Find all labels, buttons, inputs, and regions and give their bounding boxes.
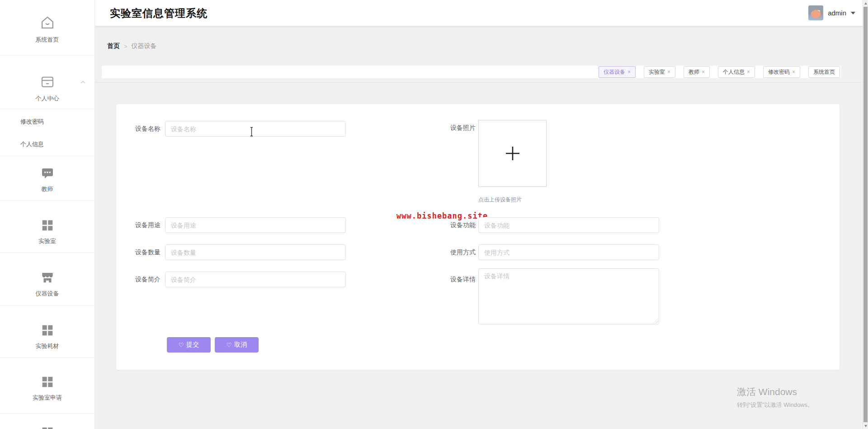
close-icon[interactable]: × <box>667 69 670 75</box>
shop-icon <box>40 270 55 285</box>
grid-icon <box>40 218 55 233</box>
user-name: admin <box>828 9 846 17</box>
sidebar-item-label: 实验室 <box>0 237 94 245</box>
user-menu[interactable]: admin <box>808 5 855 20</box>
device-form-card: 设备名称 设备照片 点击上传设备照片 www.bishebang.site 设备… <box>116 104 840 370</box>
device-name-label: 设备名称 <box>116 121 160 137</box>
device-usage-label: 设备用途 <box>116 217 160 233</box>
tab-laboratory[interactable]: 实验室 × <box>644 66 675 78</box>
sidebar-item-personal-center[interactable]: 个人中心 <box>0 74 94 103</box>
tab-label: 实验室 <box>649 68 665 76</box>
close-icon[interactable]: × <box>747 69 750 75</box>
breadcrumb-home[interactable]: 首页 <box>107 42 120 50</box>
cancel-label: 取消 <box>234 341 247 349</box>
device-detail-textarea[interactable] <box>478 268 659 324</box>
cancel-button[interactable]: ♡ 取消 <box>215 337 259 353</box>
card-icon <box>39 74 56 90</box>
usage-method-input[interactable] <box>478 244 659 260</box>
sidebar-item-change-password[interactable]: 修改密码 <box>20 118 44 126</box>
scrollbar-thumb[interactable] <box>863 7 868 422</box>
chevron-up-icon <box>80 81 85 84</box>
sidebar-item-lab-application[interactable]: 实验室申请 <box>0 375 94 402</box>
tab-personal-info[interactable]: 个人信息 × <box>718 66 755 78</box>
grid-icon <box>40 375 55 389</box>
avatar <box>808 5 823 20</box>
device-intro-label: 设备简介 <box>116 272 160 287</box>
close-icon[interactable]: × <box>702 69 705 75</box>
tab-label: 修改密码 <box>768 68 790 76</box>
divider <box>0 55 94 56</box>
chat-icon <box>40 166 55 181</box>
divider <box>0 253 94 253</box>
tab-label: 系统首页 <box>813 68 835 76</box>
sidebar-item-label: 个人中心 <box>0 95 94 103</box>
sidebar-item-label: 仪器设备 <box>0 290 94 298</box>
sidebar-item-personal-info[interactable]: 个人信息 <box>20 140 44 148</box>
sidebar-item-home[interactable]: 系统首页 <box>0 14 94 44</box>
close-icon[interactable]: × <box>627 69 631 75</box>
sidebar-item-laboratory[interactable]: 实验室 <box>0 218 94 245</box>
tab-equipment[interactable]: 仪器设备 × <box>599 66 636 78</box>
plus-icon <box>504 145 521 162</box>
arrow-up-icon <box>864 2 867 5</box>
divider <box>0 109 94 109</box>
device-quantity-label: 设备数量 <box>116 244 160 260</box>
scroll-down-arrow[interactable] <box>863 423 868 429</box>
arrow-down-icon <box>864 425 867 427</box>
text-cursor <box>249 127 254 137</box>
submit-button[interactable]: ♡ 提交 <box>167 337 211 353</box>
close-icon[interactable]: × <box>792 69 795 75</box>
divider <box>0 358 94 358</box>
device-function-input[interactable] <box>478 217 659 233</box>
device-function-label: 设备功能 <box>428 217 476 233</box>
sidebar-item-label: 教师 <box>0 185 94 193</box>
heart-icon: ♡ <box>226 342 232 348</box>
divider <box>0 200 94 201</box>
usage-method-label: 使用方式 <box>428 244 476 260</box>
tab-change-password[interactable]: 修改密码 × <box>763 66 800 78</box>
tab-bar: 仪器设备 × 实验室 × 教师 × 个人信息 × 修改密码 × 系统首页 <box>102 66 841 78</box>
sidebar-item-partial[interactable] <box>0 425 94 429</box>
windows-activation-title: 激活 Windows <box>737 386 813 398</box>
divider <box>95 82 868 82</box>
grid-icon <box>40 425 55 429</box>
header: 实验室信息管理系统 admin <box>95 0 868 26</box>
sidebar-item-teacher[interactable]: 教师 <box>0 166 94 193</box>
device-intro-input[interactable] <box>165 272 346 287</box>
main-content: 首页 > 仪器设备 仪器设备 × 实验室 × 教师 × 个人信息 × 修改密码 … <box>95 26 868 429</box>
home-icon <box>39 14 56 31</box>
divider <box>0 413 94 414</box>
grid-icon <box>40 323 55 338</box>
photo-upload-box[interactable] <box>478 120 547 187</box>
sidebar-item-label: 系统首页 <box>0 36 94 44</box>
submit-label: 提交 <box>186 341 199 349</box>
sidebar: 系统首页 个人中心 修改密码 个人信息 教师 实验室 <box>0 0 95 429</box>
heart-icon: ♡ <box>179 342 184 348</box>
tab-label: 教师 <box>689 68 699 76</box>
device-detail-label: 设备详情 <box>428 272 476 287</box>
device-usage-input[interactable] <box>165 217 346 233</box>
device-name-input[interactable] <box>165 121 346 137</box>
sidebar-item-consumables[interactable]: 实验耗材 <box>0 323 94 350</box>
breadcrumb: 首页 > 仪器设备 <box>107 42 157 50</box>
vertical-scrollbar[interactable] <box>863 0 868 429</box>
sidebar-item-equipment[interactable]: 仪器设备 <box>0 270 94 298</box>
breadcrumb-separator: > <box>124 43 127 50</box>
tab-label: 仪器设备 <box>604 68 625 76</box>
tab-teacher[interactable]: 教师 × <box>684 66 710 78</box>
breadcrumb-current: 仪器设备 <box>132 42 157 50</box>
windows-activation-subtitle: 转到“设置”以激活 Windows。 <box>737 401 813 409</box>
divider <box>0 305 94 306</box>
device-quantity-input[interactable] <box>165 244 346 260</box>
tab-home[interactable]: 系统首页 <box>808 66 840 78</box>
tab-label: 个人信息 <box>723 68 745 76</box>
sidebar-item-label: 实验耗材 <box>0 342 94 350</box>
sidebar-item-label: 实验室申请 <box>0 394 94 402</box>
upload-hint: 点击上传设备照片 <box>478 196 522 204</box>
scroll-up-arrow[interactable] <box>863 0 868 6</box>
device-photo-label: 设备照片 <box>428 123 476 132</box>
page-title: 实验室信息管理系统 <box>110 6 208 20</box>
divider <box>0 156 94 156</box>
windows-activation-watermark: 激活 Windows 转到“设置”以激活 Windows。 <box>737 386 813 409</box>
caret-down-icon <box>851 12 855 14</box>
